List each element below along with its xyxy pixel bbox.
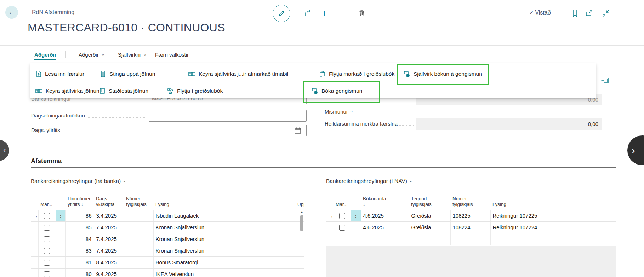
cell-doc-no[interactable] bbox=[124, 268, 153, 277]
row-checkbox[interactable] bbox=[44, 225, 50, 231]
cell-description[interactable]: Reikningur 107225 bbox=[490, 210, 581, 221]
row-menu-cell[interactable] bbox=[56, 256, 65, 268]
table-row[interactable]: 81 8.4.2025 Bonus Smaratorgi bbox=[31, 256, 304, 268]
row-checkbox[interactable] bbox=[339, 225, 345, 231]
cell-description[interactable]: Isbudin Laugalaek bbox=[153, 210, 297, 221]
collapse-button[interactable] bbox=[601, 10, 610, 17]
cell-date[interactable]: 8.4.2025 bbox=[94, 256, 124, 268]
cell-line-no[interactable]: 83 bbox=[65, 245, 94, 256]
cell-description[interactable]: IKEA Vefverslun bbox=[153, 268, 297, 277]
cell-line-no[interactable]: 80 bbox=[65, 268, 94, 277]
col-document-type[interactable]: Tegundfylgiskjals bbox=[409, 193, 450, 210]
col-description[interactable]: Lýsing bbox=[153, 193, 297, 210]
row-menu-cell[interactable] bbox=[56, 233, 65, 245]
cell-doc-no[interactable] bbox=[124, 221, 153, 233]
cell-description[interactable]: Kronan Snjallverslun bbox=[153, 221, 297, 233]
row-checkbox[interactable] bbox=[339, 213, 345, 219]
col-posting-date[interactable]: Bókunarda... ↓ bbox=[361, 193, 409, 210]
delete-button[interactable] bbox=[358, 9, 366, 17]
table-row[interactable]: → ⋮ 86 3.4.2025 Isbudin Laugalaek bbox=[31, 210, 304, 221]
menu-item-confirm-matching[interactable]: Staðfesta jöfnun bbox=[99, 86, 148, 96]
share-button[interactable] bbox=[304, 9, 312, 18]
right-table-title[interactable]: Bankareikningshreyfingar (í NAV) ⌄ bbox=[326, 178, 412, 184]
next-pane-button[interactable]: › bbox=[627, 135, 644, 165]
menu-item-transfer-to-payment-journal[interactable]: Flytja í greiðslubók bbox=[167, 86, 223, 96]
row-checkbox[interactable] bbox=[44, 260, 50, 266]
cell-doc-no[interactable] bbox=[124, 233, 153, 245]
row-menu-cell[interactable]: ⋮ bbox=[351, 210, 361, 221]
back-button[interactable]: ← bbox=[5, 6, 18, 19]
tab-actions-active[interactable]: Aðgerðir bbox=[34, 52, 57, 58]
cell-description[interactable]: Reikningur 107224 bbox=[490, 221, 581, 233]
col-document-no[interactable]: Númerfylgiskjals bbox=[450, 193, 490, 210]
scrollbar-thumb[interactable] bbox=[300, 215, 303, 231]
cell-description[interactable]: Bonus Smaratorgi bbox=[153, 256, 297, 268]
cell-doc-type[interactable]: Greiðsla bbox=[409, 221, 450, 233]
date-picker-button[interactable] bbox=[294, 127, 302, 134]
menu-item-run-auto-match[interactable]: Keyra sjálfvirka jöfnun bbox=[35, 86, 99, 96]
cell-description[interactable]: Kronan Snjallverslun bbox=[153, 233, 297, 245]
table-row[interactable]: 80 9.4.2025 IKEA Vefverslun bbox=[31, 268, 304, 277]
pin-menu-button[interactable] bbox=[601, 77, 610, 84]
row-menu-cell[interactable] bbox=[56, 268, 65, 277]
col-info[interactable]: Uppl bbox=[297, 193, 304, 210]
cell-line-no[interactable]: 85 bbox=[65, 221, 94, 233]
cell-line-no[interactable]: 84 bbox=[65, 233, 94, 245]
date-filter-input[interactable] bbox=[149, 110, 307, 122]
row-menu-cell[interactable]: ⋮ bbox=[56, 210, 65, 221]
table-row[interactable]: 83 7.4.2025 Kronan Snjallverslun bbox=[31, 245, 304, 256]
edit-button[interactable] bbox=[273, 5, 290, 22]
cell-posting-date[interactable]: 4.6.2025 bbox=[361, 210, 409, 221]
cell-doc-type[interactable]: Greiðsla bbox=[409, 210, 450, 221]
cell-doc-no[interactable]: 108225 bbox=[450, 210, 490, 221]
menu-item-transfer-marked-to-journal[interactable]: Flytja markað í greiðslubók bbox=[319, 69, 394, 79]
col-transaction-date[interactable]: Dags.viðskipta bbox=[94, 193, 124, 210]
cell-description[interactable]: Kronan Snjallverslun bbox=[153, 245, 297, 256]
menu-item-run-auto-match-period[interactable]: Keyra sjálfvirka j...ir afmarkað tímabil bbox=[188, 69, 288, 79]
bookmark-button[interactable] bbox=[571, 9, 579, 18]
cell-doc-no[interactable] bbox=[124, 245, 153, 256]
cell-line-no[interactable]: 86 bbox=[65, 210, 94, 221]
col-line-no[interactable]: Línunúmer yfirlits ↓ bbox=[65, 193, 94, 210]
menu-item-suggest-matching[interactable]: Stinga uppá jöfnun bbox=[100, 69, 155, 79]
col-marked[interactable]: Mar... bbox=[334, 193, 351, 210]
cell-date[interactable]: 7.4.2025 bbox=[94, 221, 124, 233]
row-menu-cell[interactable] bbox=[56, 221, 65, 233]
statement-date-input[interactable] bbox=[149, 125, 307, 136]
breadcrumb[interactable]: RdN Afstemming bbox=[32, 9, 74, 16]
menu-automation-dropdown[interactable]: Sjálfvirkni ⌄ bbox=[118, 52, 147, 58]
menu-fewer-options[interactable]: Færri valkostir bbox=[155, 52, 189, 58]
row-checkbox[interactable] bbox=[44, 271, 50, 277]
cell-doc-no[interactable] bbox=[124, 210, 153, 221]
menu-actions-dropdown[interactable]: Aðgerðir ⌄ bbox=[79, 52, 105, 58]
cell-line-no[interactable]: 81 bbox=[65, 256, 94, 268]
previous-pane-button[interactable]: ‹ bbox=[0, 140, 9, 161]
col-marked[interactable]: Mar... bbox=[38, 193, 56, 210]
cell-doc-no[interactable] bbox=[124, 256, 153, 268]
table-row[interactable]: 85 7.4.2025 Kronan Snjallverslun bbox=[31, 221, 304, 233]
col-document-no[interactable]: Númerfylgiskjals bbox=[124, 193, 153, 210]
left-table-scrollbar[interactable]: ▲ bbox=[300, 210, 304, 277]
new-button[interactable]: + bbox=[320, 8, 329, 18]
table-row[interactable]: → ⋮ 4.6.2025 Greiðsla 108225 Reikningur … bbox=[326, 210, 616, 221]
left-table-title[interactable]: Bankareikningshreyfingar (frá banka) ⌄ bbox=[31, 178, 126, 184]
menu-item-import-entries[interactable]: Lesa inn færslur bbox=[35, 69, 84, 79]
cell-date[interactable]: 9.4.2025 bbox=[94, 268, 124, 277]
cell-date[interactable]: 7.4.2025 bbox=[94, 245, 124, 256]
row-checkbox[interactable] bbox=[44, 213, 50, 219]
cell-doc-no[interactable]: 108224 bbox=[450, 221, 490, 233]
cell-posting-date[interactable]: 4.6.2025 bbox=[361, 221, 409, 233]
pane-splitter[interactable] bbox=[315, 178, 315, 277]
difference-group[interactable]: Mismunur ⌄ bbox=[325, 109, 353, 115]
open-in-new-window-button[interactable] bbox=[585, 10, 594, 17]
table-row[interactable]: 84 7.4.2025 Kronan Snjallverslun bbox=[31, 233, 304, 245]
scroll-up-arrow[interactable]: ▲ bbox=[300, 210, 304, 214]
cell-date[interactable]: 7.4.2025 bbox=[94, 233, 124, 245]
row-menu-cell[interactable] bbox=[351, 221, 361, 233]
row-checkbox[interactable] bbox=[44, 236, 50, 242]
cell-date[interactable]: 3.4.2025 bbox=[94, 210, 124, 221]
col-description[interactable]: Lýsing bbox=[490, 193, 581, 210]
table-row[interactable]: 4.6.2025 Greiðsla 108224 Reikningur 1072… bbox=[326, 221, 616, 233]
row-checkbox[interactable] bbox=[44, 248, 50, 254]
table-row-empty[interactable] bbox=[326, 233, 616, 245]
